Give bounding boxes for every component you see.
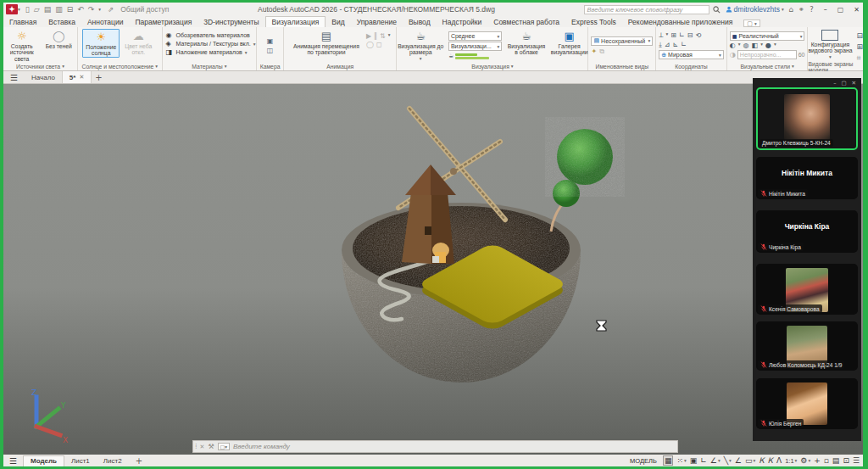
annotation-scale-icon[interactable]: Λ	[776, 456, 782, 465]
panel-render-label[interactable]: Визуализация▾	[397, 62, 587, 70]
meeting-restore-icon[interactable]: ▢	[841, 80, 846, 87]
pause-animation-icon[interactable]: ‖	[374, 32, 377, 40]
object-snap-icon[interactable]: ▭▾	[745, 456, 755, 465]
materials-toggle-icon[interactable]: ●	[765, 42, 771, 49]
create-light-button[interactable]: ☼ Создать источник света	[3, 29, 41, 62]
ucs-previous-icon[interactable]: ⤓	[659, 41, 662, 49]
file-tab-current[interactable]: 5* ✕	[63, 71, 92, 83]
ucs-world-icon[interactable]: ⊞	[670, 31, 676, 40]
viewport-join-icon[interactable]: ⊟	[856, 31, 863, 40]
ortho-toggle-icon[interactable]: ∟	[700, 456, 707, 465]
app-store-icon[interactable]: ⌂	[789, 5, 793, 14]
motion-path-animation-button[interactable]: ▤ Анимация перемещения по траектории	[290, 29, 363, 56]
panel-sun-label[interactable]: Солнце и местоположение▾	[78, 62, 162, 70]
materials-textures-button[interactable]: ◈Материалы / Текстуры вкл.▾	[166, 40, 256, 47]
participant-tile[interactable]: Юлія Берген	[756, 378, 858, 429]
xray-icon[interactable]: ◐	[730, 42, 736, 49]
record-animation-icon[interactable]: ◯	[366, 41, 374, 48]
panel-materials-label[interactable]: Материалы▾	[163, 62, 257, 70]
polar-tracking-icon[interactable]: ∠▾	[710, 456, 721, 465]
minimize-button[interactable]: –	[824, 6, 827, 14]
isodraft-icon[interactable]: ╲▾	[724, 456, 732, 465]
object-snap-tracking-icon[interactable]: ∠	[735, 456, 742, 465]
render-preset-select[interactable]: Визуализаци...▾	[448, 42, 502, 51]
ucs-origin-icon[interactable]: ∟	[679, 31, 685, 40]
participant-tile[interactable]: Ксенія Самоварова	[756, 264, 858, 315]
annotation-visibility-icon[interactable]: К	[759, 456, 764, 465]
command-line[interactable]: ⁞ ✕ ⚒ ▢▾ Введите команду	[192, 440, 678, 453]
participant-tile-active[interactable]: Дмитро Клевжиць 5-КН-24	[756, 87, 858, 150]
viewport-configuration-button[interactable]: Конфигурация видового экрана ▾	[808, 29, 852, 59]
snap-toggle-icon[interactable]: ⁙▾	[676, 456, 686, 465]
annotation-autoscale-icon[interactable]: К	[768, 456, 773, 465]
tab-vid[interactable]: Вид	[326, 16, 350, 27]
share-icon[interactable]: ⇗	[108, 5, 114, 14]
file-tab-close-icon[interactable]: ✕	[79, 74, 84, 81]
new-file-icon[interactable]: ▯	[25, 5, 30, 14]
search-icon[interactable]	[713, 6, 721, 14]
print-icon[interactable]: ⊟	[67, 5, 74, 14]
tab-vstavka[interactable]: Вставка	[42, 16, 81, 27]
clean-screen-icon[interactable]: ⊡	[843, 456, 849, 465]
render-in-cloud-button[interactable]: ☕ Визуализация в облаке	[506, 29, 547, 56]
create-camera-icon[interactable]: ▣	[267, 37, 274, 45]
textures-toggle-icon[interactable]: ◧	[752, 42, 759, 49]
layout-tab-model[interactable]: Модель	[23, 455, 64, 466]
render-gallery-button[interactable]: ▣ Галерея визуализации	[551, 29, 588, 56]
annotation-scale-value[interactable]: 1:1▾	[785, 457, 797, 465]
open-file-icon[interactable]: ▱	[34, 5, 40, 14]
view-manager-icon[interactable]: ⧉	[599, 47, 604, 56]
file-tab-menu-icon[interactable]: ☰	[3, 73, 25, 82]
layout-tab-sheet2[interactable]: Лист2	[97, 455, 129, 466]
named-views-select[interactable]: ▤ Несохраненный▾	[591, 36, 653, 46]
file-tab-start[interactable]: Начало	[25, 71, 63, 83]
tab-parametrizaciya[interactable]: Параметризация	[129, 16, 198, 27]
tab-vyvod[interactable]: Вывод	[403, 16, 437, 27]
walk-fly-icon[interactable]: ⇅	[380, 32, 386, 40]
model-viewport[interactable]: Z Y X ⁞ ✕ ⚒ ▢▾ Введите команду	[3, 84, 863, 455]
new-view-icon[interactable]: ✦	[591, 47, 597, 56]
ribbon-display-toggle[interactable]: ▢ ▾	[743, 20, 760, 27]
material-browser-button[interactable]: ◉Обозреватель материалов	[166, 31, 256, 39]
tab-annotacii[interactable]: Аннотации	[81, 16, 130, 27]
show-cameras-icon[interactable]: ◫	[267, 47, 274, 54]
command-prompt-placeholder[interactable]: Введите команду	[233, 443, 290, 450]
ucs-object-icon[interactable]: ⊿	[665, 41, 670, 49]
play-animation-icon[interactable]: ▶	[366, 32, 371, 40]
redo-icon[interactable]: ↷	[88, 5, 95, 14]
isolate-objects-icon[interactable]: ▫	[824, 456, 829, 465]
graphics-performance-icon[interactable]: ▤	[832, 456, 840, 465]
undo-icon[interactable]: ↶	[77, 5, 84, 14]
help-icon[interactable]: ?	[810, 5, 814, 14]
model-space-toggle[interactable]: МОДЕЛЬ	[627, 457, 659, 465]
tab-upravlenie[interactable]: Управление	[351, 16, 403, 27]
layout-tab-sheet1[interactable]: Лист1	[64, 455, 97, 466]
recent-commands-icon[interactable]: ▢▾	[218, 443, 230, 450]
workspace-switching-icon[interactable]: ⚙▾	[800, 456, 810, 465]
close-button[interactable]: ✕	[854, 6, 860, 14]
opacity-field[interactable]: Непрозрачно...	[737, 50, 797, 59]
render-quality-select[interactable]: Среднее▾	[448, 31, 502, 41]
meeting-minimize-icon[interactable]: –	[833, 80, 836, 87]
save-icon[interactable]: ▤	[44, 5, 52, 14]
share-label[interactable]: Общий доступ	[120, 5, 169, 14]
customize-status-icon[interactable]: ☰	[853, 456, 860, 465]
ucs-select[interactable]: ⊕ Мировая▾	[659, 50, 724, 59]
app-menu-arrow-icon[interactable]: ▾	[18, 7, 20, 12]
collaborate-icon[interactable]: ⚭	[798, 5, 804, 14]
command-line-close-icon[interactable]: ✕	[200, 444, 205, 450]
new-layout-button[interactable]: +	[129, 456, 149, 466]
tab-glavnaya[interactable]: Главная	[3, 16, 42, 27]
command-line-customize-icon[interactable]: ⚒	[208, 443, 214, 450]
material-mapping-button[interactable]: ◨Наложение материалов▾	[166, 48, 256, 56]
panel-styles-label[interactable]: Визуальные стили▾	[727, 62, 808, 70]
tab-nadstroyki[interactable]: Надстройки	[437, 16, 488, 27]
dynamic-input-icon[interactable]: ▣	[690, 456, 698, 465]
tab-express-tools[interactable]: Express Tools	[565, 16, 622, 27]
ucs-icon[interactable]: ⟂	[659, 31, 663, 40]
tab-rekomendovannye[interactable]: Рекомендованные приложения	[622, 16, 738, 27]
layout-menu-icon[interactable]: ☰	[3, 456, 23, 466]
render-to-size-button[interactable]: ☕ Визуализация до размера ▾	[397, 29, 443, 61]
ucs-z-axis-icon[interactable]: ⊾	[672, 41, 678, 49]
tab-3d-instrumenty[interactable]: 3D-инструменты	[198, 16, 264, 27]
